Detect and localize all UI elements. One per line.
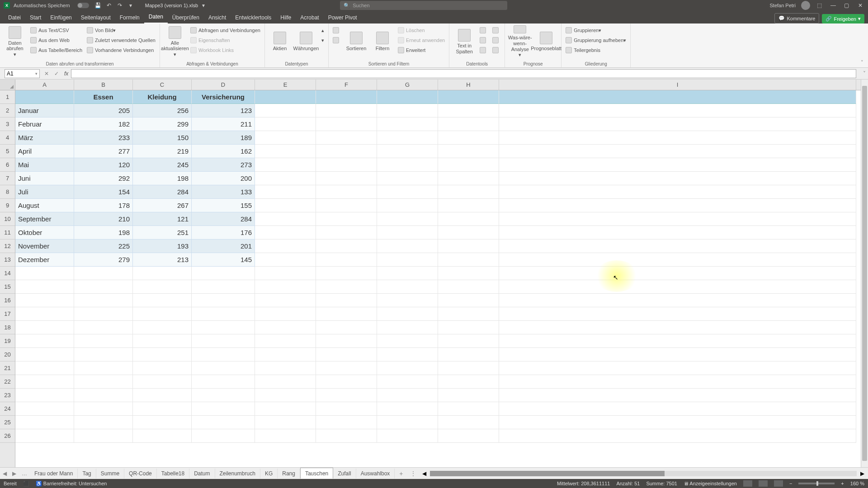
- cell-G4[interactable]: [377, 131, 438, 145]
- cell-C16[interactable]: [133, 294, 192, 307]
- fx-icon[interactable]: fx: [64, 70, 68, 77]
- cell-B7[interactable]: 292: [74, 172, 133, 185]
- share-button[interactable]: 🔗 Freigeben ▾: [822, 14, 864, 23]
- cell-B19[interactable]: [74, 334, 133, 348]
- cell-E14[interactable]: [255, 267, 316, 280]
- cell-F23[interactable]: [316, 389, 377, 402]
- cell-E9[interactable]: [255, 199, 316, 212]
- cell-E17[interactable]: [255, 307, 316, 321]
- datamodel-button[interactable]: [491, 45, 502, 55]
- cell-C19[interactable]: [133, 334, 192, 348]
- cell-C11[interactable]: 251: [133, 226, 192, 239]
- cell-A26[interactable]: [15, 429, 74, 443]
- row-header-20[interactable]: 20: [0, 348, 15, 361]
- cell-F18[interactable]: [316, 321, 377, 334]
- cell-C13[interactable]: 213: [133, 253, 192, 267]
- consolidate-button[interactable]: [491, 25, 502, 35]
- menu-tab-entwicklertools[interactable]: Entwicklertools: [231, 12, 276, 23]
- cell-C26[interactable]: [133, 429, 192, 443]
- cell-D16[interactable]: [192, 294, 255, 307]
- sheet-nav-prev[interactable]: ◀: [0, 470, 9, 477]
- cell-G13[interactable]: [377, 253, 438, 267]
- menu-tab-formeln[interactable]: Formeln: [115, 12, 144, 23]
- cell-G25[interactable]: [377, 416, 438, 429]
- cell-B17[interactable]: [74, 307, 133, 321]
- cell-A19[interactable]: [15, 334, 74, 348]
- menu-tab-überprüfen[interactable]: Überprüfen: [168, 12, 204, 23]
- cell-G2[interactable]: [377, 104, 438, 117]
- row-header-2[interactable]: 2: [0, 104, 15, 117]
- cell-A25[interactable]: [15, 416, 74, 429]
- cell-A15[interactable]: [15, 280, 74, 294]
- cell-B23[interactable]: [74, 389, 133, 402]
- cell-C14[interactable]: [133, 267, 192, 280]
- cell-E8[interactable]: [255, 185, 316, 199]
- existing-conn-button[interactable]: Vorhandene Verbindungen: [85, 45, 157, 55]
- cell-F20[interactable]: [316, 348, 377, 361]
- expand-formula-icon[interactable]: ˅: [861, 70, 868, 77]
- cell-D6[interactable]: 273: [192, 158, 255, 172]
- cell-H21[interactable]: [438, 361, 499, 375]
- sheet-nav-more[interactable]: …: [19, 470, 30, 477]
- cell-F1[interactable]: [316, 90, 377, 104]
- queries-button[interactable]: Abfragen und Verbindungen: [189, 25, 262, 35]
- cell-C1[interactable]: Kleidung: [133, 90, 192, 104]
- menu-tab-acrobat[interactable]: Acrobat: [296, 12, 323, 23]
- cell-C5[interactable]: 219: [133, 145, 192, 158]
- cell-E1[interactable]: [255, 90, 316, 104]
- cell-G23[interactable]: [377, 389, 438, 402]
- cell-F11[interactable]: [316, 226, 377, 239]
- cell-H13[interactable]: [438, 253, 499, 267]
- cell-F26[interactable]: [316, 429, 377, 443]
- column-header-D[interactable]: D: [192, 80, 255, 90]
- zoom-in-button[interactable]: +: [841, 481, 844, 486]
- cell-H4[interactable]: [438, 131, 499, 145]
- datatypes-scroll-up[interactable]: ▴: [320, 25, 326, 35]
- cell-H2[interactable]: [438, 104, 499, 117]
- cell-D1[interactable]: Versicherung: [192, 90, 255, 104]
- cell-E13[interactable]: [255, 253, 316, 267]
- menu-tab-power pivot[interactable]: Power Pivot: [324, 12, 362, 23]
- cell-D8[interactable]: 133: [192, 185, 255, 199]
- zoom-out-button[interactable]: −: [789, 481, 792, 486]
- cell-F19[interactable]: [316, 334, 377, 348]
- cell-F13[interactable]: [316, 253, 377, 267]
- cell-D10[interactable]: 284: [192, 212, 255, 226]
- cell-I26[interactable]: [499, 429, 856, 443]
- cell-A24[interactable]: [15, 402, 74, 416]
- cell-I13[interactable]: [499, 253, 856, 267]
- cell-E20[interactable]: [255, 348, 316, 361]
- cell-I12[interactable]: [499, 239, 856, 253]
- row-header-7[interactable]: 7: [0, 172, 15, 185]
- sheet-nav-next[interactable]: ▶: [9, 470, 19, 477]
- refresh-all-button[interactable]: Alle aktualisieren ▾: [163, 25, 187, 58]
- cell-D11[interactable]: 176: [192, 226, 255, 239]
- cell-D18[interactable]: [192, 321, 255, 334]
- cell-I9[interactable]: [499, 199, 856, 212]
- relationships-button[interactable]: [491, 35, 502, 45]
- cell-G7[interactable]: [377, 172, 438, 185]
- cell-B1[interactable]: Essen: [74, 90, 133, 104]
- cell-E24[interactable]: [255, 402, 316, 416]
- cell-D4[interactable]: 189: [192, 131, 255, 145]
- cell-H20[interactable]: [438, 348, 499, 361]
- cell-G14[interactable]: [377, 267, 438, 280]
- cell-A11[interactable]: Oktober: [15, 226, 74, 239]
- column-header-B[interactable]: B: [74, 80, 133, 90]
- cell-G21[interactable]: [377, 361, 438, 375]
- cell-H17[interactable]: [438, 307, 499, 321]
- cell-G18[interactable]: [377, 321, 438, 334]
- cell-A22[interactable]: [15, 375, 74, 389]
- sheet-tab-qr-code[interactable]: QR-Code: [124, 469, 157, 479]
- row-header-15[interactable]: 15: [0, 280, 15, 294]
- cell-A9[interactable]: August: [15, 199, 74, 212]
- row-header-11[interactable]: 11: [0, 226, 15, 239]
- cell-B5[interactable]: 277: [74, 145, 133, 158]
- column-header-H[interactable]: H: [438, 80, 499, 90]
- cell-E16[interactable]: [255, 294, 316, 307]
- cell-H15[interactable]: [438, 280, 499, 294]
- cell-F15[interactable]: [316, 280, 377, 294]
- cell-D22[interactable]: [192, 375, 255, 389]
- get-data-button[interactable]: Daten abrufen ▾: [3, 25, 27, 58]
- cell-B4[interactable]: 233: [74, 131, 133, 145]
